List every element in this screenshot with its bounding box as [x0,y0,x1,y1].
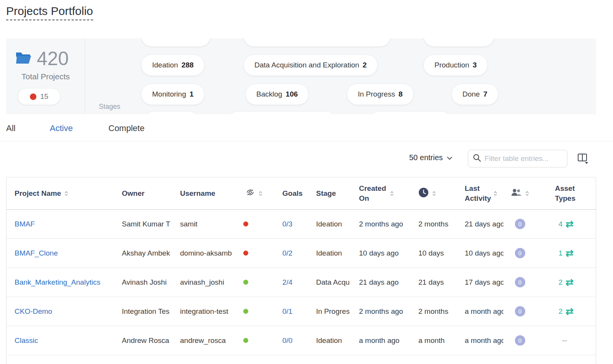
alert-count: 15 [40,92,48,101]
owner-name: Avinash Joshi [122,278,167,287]
column-settings-button[interactable] [577,152,589,166]
project-link[interactable]: Bank_Marketing_Analytics [15,278,100,287]
project-link[interactable]: Classic [15,336,38,345]
stage-pill-monitoring[interactable]: Monitoring 1 [141,84,205,105]
project-link[interactable]: BMAF [15,220,35,228]
stage-pill-partial [141,38,211,47]
col-header-created-on[interactable]: Created On [349,184,411,203]
col-header-username: Username [172,189,236,198]
total-projects-count: 420 [37,49,69,68]
sort-icon [64,190,69,197]
entries-per-page-dropdown[interactable]: 50 entries [409,153,452,162]
owner-name: Andrew Rosca [122,336,169,345]
tab-all[interactable]: All [6,123,15,133]
asset-count: 2 [559,278,563,287]
projects-table: Project Name Owner Username [6,177,596,364]
col-header-project-name[interactable]: Project Name [7,189,114,198]
tab-complete[interactable]: Complete [108,123,144,133]
stage-value: Ideation [316,336,342,345]
alert-filter-pill[interactable]: 15 [18,88,61,105]
asset-count: 4 [559,220,563,228]
asset-count: 2 [559,307,563,316]
owner-username: integration-test [180,307,228,316]
asset-transfer-icon[interactable]: ⇄ [565,248,574,258]
stage-pill-label: Ideation [152,61,178,69]
goals-link[interactable]: 0/3 [282,220,292,228]
collaborators-badge: 0 [515,248,525,258]
table-row: BMAF Samit Kumar T samit 0/3 Ideation 2 … [7,210,596,239]
asset-count: -- [562,336,567,345]
stage-pill-label: In Progress [358,90,395,98]
stage-pill-data-acquisition[interactable]: Data Acquisition and Exploration 2 [243,54,378,76]
filter-table-input[interactable] [485,154,562,163]
stage-pill-partial [227,111,336,114]
stage-pill-label: Done [462,90,480,98]
col-header-execution-status[interactable] [236,187,272,199]
stage-value: Data Acqu [316,278,349,287]
table-row: Classic Andrew Rosca andrew_rosca 0/0 Id… [7,326,596,355]
stage-pill-in-progress[interactable]: In Progress 8 [347,84,414,105]
last-activity-value: 10 days ago [465,249,503,257]
stage-pill-backlog[interactable]: Backlog 106 [245,84,309,105]
col-header-stage: Stage [305,189,349,198]
goals-link[interactable]: 0/0 [282,336,292,345]
entries-label: 50 entries [409,153,443,162]
col-header-collaborators[interactable] [503,188,536,198]
collaborators-badge: 0 [515,277,525,287]
stage-pill-label: Production [434,61,469,69]
created-on-value: 21 days ago [359,278,399,287]
status-dot [243,309,248,314]
col-header-asset-types: Asset Types [536,184,596,203]
stage-pill-count: 106 [286,90,298,98]
goals-link[interactable]: 2/4 [282,278,292,287]
search-icon [473,154,481,164]
status-dot [243,251,248,256]
stage-pill-production[interactable]: Production 3 [423,54,488,76]
project-link[interactable]: CKO-Demo [15,307,52,316]
table-row: Bank_Marketing_Analytics Avinash Joshi a… [7,268,596,297]
stage-pill-done[interactable]: Done 7 [451,84,498,105]
stage-pill-count: 7 [483,90,487,98]
total-projects-card: 420 Total Projects 15 [6,38,85,114]
col-header-goals: Goals [272,189,305,198]
created-on-value: a month ago [359,336,400,345]
portfolio-tabs: All Active Complete [0,115,613,141]
asset-count: 1 [559,249,563,257]
col-header-duration[interactable] [411,187,454,200]
created-on-value: 2 months ago [359,307,403,316]
project-link[interactable]: BMAF_Clone [15,249,58,257]
stage-pill-ideation[interactable]: Ideation 288 [141,54,205,76]
col-header-last-activity[interactable]: Last Activity [454,184,503,203]
asset-transfer-icon[interactable]: ⇄ [565,307,574,316]
last-activity-value: 21 days ago [465,220,503,228]
tab-active[interactable]: Active [50,123,73,133]
collaborators-badge: 0 [515,219,525,229]
alert-dot-icon [30,93,36,100]
people-icon [510,188,522,198]
goals-link[interactable]: 0/1 [282,307,292,316]
execution-gear-sync-icon [245,187,255,199]
asset-transfer-icon[interactable]: ⇄ [565,277,574,287]
table-header-row: Project Name Owner Username [7,177,596,210]
sort-icon [525,190,529,197]
last-activity-value: a month ago [465,307,503,316]
goals-link[interactable]: 0/2 [282,249,292,257]
col-header-owner: Owner [114,189,172,198]
owner-username: avinash_joshi [180,278,224,287]
duration-value: a month [418,336,445,345]
status-dot [243,280,248,285]
owner-username: samit [180,220,197,228]
stage-pill-count: 2 [363,61,367,69]
total-projects-label: Total Projects [6,72,85,81]
owner-username: domino-aksamb [180,249,232,257]
sort-icon [390,190,394,197]
sort-icon [432,190,436,197]
owner-name: Akshay Ambek [122,249,170,257]
duration-value: 2 months [418,307,448,316]
clock-icon [418,187,429,200]
asset-transfer-icon[interactable]: ⇄ [565,219,574,229]
last-activity-value: 17 days ago [465,278,503,287]
stage-pill-label: Backlog [256,90,282,98]
stage-pill-partial [243,38,391,47]
owner-username: andrew_rosca [180,336,226,345]
